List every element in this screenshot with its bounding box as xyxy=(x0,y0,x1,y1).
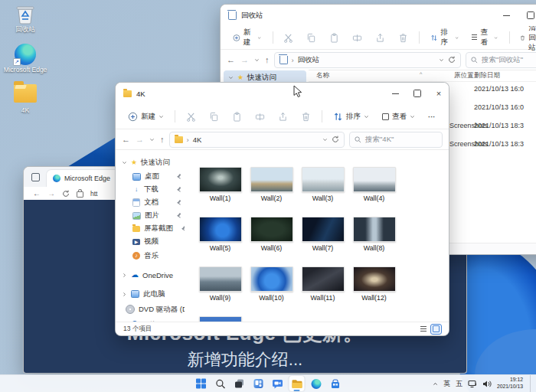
cut-button[interactable] xyxy=(181,109,201,124)
chat-button[interactable] xyxy=(270,376,286,391)
address-dropdown-icon[interactable] xyxy=(439,57,444,63)
music-icon: ♪ xyxy=(132,252,140,260)
new-button[interactable]: 新建 xyxy=(228,25,266,50)
back-icon[interactable]: ← xyxy=(122,135,130,144)
address-dropdown-icon[interactable] xyxy=(322,137,328,142)
details-view-button[interactable] xyxy=(418,325,428,334)
file-explorer-button[interactable] xyxy=(289,376,305,391)
desktop-icon-recycle-bin[interactable]: 回收站 xyxy=(3,3,47,34)
more-options-button[interactable]: ··· xyxy=(423,110,440,123)
chevron-down-icon[interactable] xyxy=(122,160,127,165)
paste-button[interactable] xyxy=(325,31,344,45)
recycle-address-bar: ← → ↑ › 回收站 搜索"回收站" xyxy=(221,50,536,70)
refresh-icon[interactable] xyxy=(62,190,70,198)
show-desktop-button[interactable] xyxy=(530,375,533,392)
file-tile[interactable]: Wall(10) xyxy=(246,266,297,314)
file-tile[interactable]: Wall(12) xyxy=(348,266,400,314)
search-input[interactable]: 搜索"4K" xyxy=(349,132,443,148)
sidebar-item-dvd-drive[interactable]: DVD 驱动器 (D:) C xyxy=(116,302,185,317)
history-chevron-icon[interactable] xyxy=(254,57,260,63)
copy-button[interactable] xyxy=(204,109,224,124)
file-tile[interactable]: Wall(7) xyxy=(297,217,348,264)
file-tile[interactable]: Wall(8) xyxy=(348,217,400,264)
task-view-button[interactable] xyxy=(232,376,247,391)
sidebar-item-screenshots[interactable]: 屏幕截图 xyxy=(126,222,185,235)
widgets-button[interactable] xyxy=(251,376,266,391)
edge-taskbar-button[interactable] xyxy=(309,376,324,391)
chevron-right-icon[interactable] xyxy=(122,273,127,278)
explorer-titlebar[interactable]: 4K × xyxy=(116,83,449,104)
file-tile[interactable]: Wall(1) xyxy=(194,167,246,214)
paste-button[interactable] xyxy=(227,109,247,124)
recycle-titlebar[interactable]: 回收站 × xyxy=(221,5,536,26)
forward-icon[interactable]: → xyxy=(240,55,249,64)
file-tile[interactable]: Wall(3) xyxy=(297,167,348,214)
sidebar-item-videos[interactable]: ▶ 视频 xyxy=(126,235,185,248)
tray-overflow-icon[interactable] xyxy=(433,381,438,387)
share-button[interactable] xyxy=(273,109,293,124)
view-button[interactable]: 查看 xyxy=(467,25,503,50)
sidebar-item-downloads[interactable]: ↓ 下载 xyxy=(126,183,185,196)
large-icons-view-button[interactable] xyxy=(431,325,441,334)
wallpaper-thumbnail xyxy=(353,217,396,242)
share-button[interactable] xyxy=(371,31,390,45)
file-tile[interactable]: Wall(11) xyxy=(297,266,348,314)
taskbar-clock[interactable]: 19:12 2021/10/13 xyxy=(497,377,523,390)
store-icon xyxy=(330,379,340,389)
maximize-button[interactable] xyxy=(521,5,536,26)
copy-button[interactable] xyxy=(302,31,321,45)
desktop-icon-4k-folder[interactable]: 4K xyxy=(3,84,47,115)
delete-button[interactable] xyxy=(296,109,315,124)
address-breadcrumb[interactable]: › 回收站 xyxy=(274,52,462,68)
edge-icon: ↗ xyxy=(14,44,37,65)
sort-button[interactable]: 排序 xyxy=(426,25,464,50)
back-icon[interactable]: ← xyxy=(33,189,41,198)
cut-button[interactable] xyxy=(279,31,298,45)
up-icon[interactable]: ↑ xyxy=(160,135,165,144)
file-tile[interactable]: Wall(4) xyxy=(348,167,400,214)
ime-language-indicator[interactable]: 英 xyxy=(443,379,450,389)
minimize-button[interactable] xyxy=(496,5,516,26)
network-icon[interactable] xyxy=(468,380,477,388)
file-tile[interactable]: Wall(9) xyxy=(194,266,246,314)
maximize-button[interactable] xyxy=(407,83,427,104)
file-tile[interactable]: Wall(2) xyxy=(246,167,297,214)
sidebar-item-desktop[interactable]: 桌面 xyxy=(126,170,185,183)
volume-icon[interactable] xyxy=(482,380,492,388)
back-icon[interactable]: ← xyxy=(227,55,235,64)
refresh-icon[interactable] xyxy=(448,56,456,64)
chevron-right-icon[interactable] xyxy=(122,292,127,297)
close-button[interactable]: × xyxy=(429,83,449,104)
search-input[interactable]: 搜索"回收站" xyxy=(466,52,536,68)
up-icon[interactable]: ↑ xyxy=(265,55,270,64)
minimize-button[interactable] xyxy=(385,83,405,104)
sidebar-item-this-pc[interactable]: 此电脑 xyxy=(116,286,185,302)
sort-button[interactable]: 排序 xyxy=(328,109,374,124)
view-button[interactable]: 查看 xyxy=(377,109,420,124)
forward-icon[interactable]: → xyxy=(47,189,55,198)
new-button[interactable]: 新建 xyxy=(123,109,168,124)
explorer-address-bar: ← → ↑ › 4K 搜索"4K" xyxy=(116,129,449,150)
sidebar-item-pictures[interactable]: 图片 xyxy=(126,209,185,222)
sidebar-item-quick-access[interactable]: ★ 快速访问 xyxy=(116,155,185,170)
rename-button[interactable] xyxy=(250,109,270,124)
refresh-icon[interactable] xyxy=(332,136,339,143)
history-chevron-icon[interactable] xyxy=(149,137,155,142)
download-icon: ↓ xyxy=(132,186,140,194)
url-text[interactable]: htt xyxy=(90,190,97,198)
forward-icon[interactable]: → xyxy=(136,135,144,144)
tab-actions-icon[interactable] xyxy=(31,173,40,181)
file-tile[interactable]: Wall(6) xyxy=(246,217,297,264)
start-button[interactable] xyxy=(194,376,209,391)
address-breadcrumb[interactable]: › 4K xyxy=(169,132,345,148)
rename-button[interactable] xyxy=(348,31,367,45)
ime-mode-indicator[interactable]: 五 xyxy=(456,379,462,389)
sidebar-item-onedrive[interactable]: ☁ OneDrive xyxy=(116,267,185,283)
desktop-icon-edge[interactable]: ↗ Microsoft Edge xyxy=(3,44,47,74)
sidebar-item-music[interactable]: ♪ 音乐 xyxy=(126,248,185,263)
taskbar-search-button[interactable] xyxy=(213,376,228,391)
file-tile[interactable]: Wall(5) xyxy=(194,217,246,264)
microsoft-store-button[interactable] xyxy=(328,376,343,391)
delete-button[interactable] xyxy=(394,31,413,45)
sidebar-item-documents[interactable]: 文档 xyxy=(126,196,185,209)
